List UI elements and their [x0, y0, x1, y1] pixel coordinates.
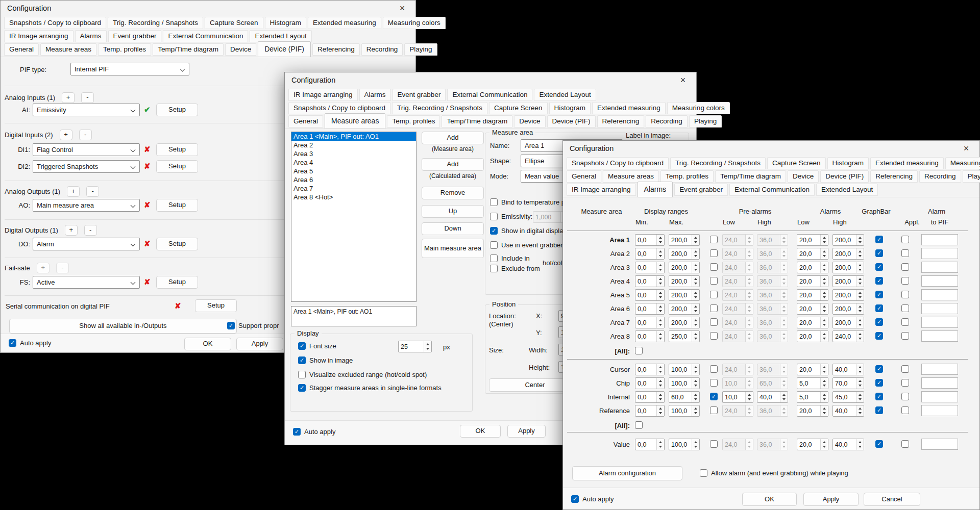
spin-up-icon[interactable]: [659, 394, 662, 396]
spin-up-icon[interactable]: [659, 278, 662, 280]
spin-down-icon[interactable]: [748, 255, 751, 257]
spinner-buttons[interactable]: [656, 248, 664, 259]
display-max-field[interactable]: 250,0: [669, 330, 700, 342]
display-min-field[interactable]: 0,0: [635, 262, 665, 273]
spinner-buttons[interactable]: [856, 290, 864, 300]
support-proprietary-checkbox-row[interactable]: ✓ Support propr: [227, 322, 279, 329]
checkbox-checked[interactable]: ✓: [9, 339, 16, 347]
display-min-field[interactable]: 0,0: [635, 439, 665, 450]
tab-snapshots-copy-to-clipboard[interactable]: Snapshots / Copy to clipboard: [4, 17, 106, 29]
option-checkbox-row[interactable]: Emissivity:: [490, 213, 532, 220]
spinner-buttons[interactable]: [780, 276, 788, 287]
spin-up-icon[interactable]: [659, 319, 662, 321]
measure-area-list[interactable]: Area 1 <Main>, PIF out: AO1Area 2Area 3A…: [291, 132, 416, 302]
spin-up-icon[interactable]: [748, 333, 751, 335]
appl-checkbox[interactable]: [901, 304, 909, 312]
spin-up-icon[interactable]: [694, 441, 697, 443]
spinner-buttons[interactable]: [780, 439, 788, 450]
tab-extended-layout[interactable]: Extended Layout: [816, 184, 878, 196]
spin-down-icon[interactable]: [782, 412, 786, 414]
spinner-buttons[interactable]: [745, 317, 753, 328]
io-dropdown[interactable]: Active: [33, 276, 140, 289]
spin-down-icon[interactable]: [694, 371, 697, 373]
pre-alarm-enable-checkbox[interactable]: [710, 379, 718, 387]
spinner-buttons[interactable]: [856, 248, 864, 259]
graphbar-checkbox[interactable]: ✓: [875, 277, 883, 285]
pre-alarm-low-field[interactable]: 24,0: [722, 303, 753, 315]
checkbox-unchecked[interactable]: [490, 241, 498, 249]
tab-ir-image-arranging[interactable]: IR Image arranging: [567, 184, 636, 196]
spinner-buttons[interactable]: [656, 439, 664, 450]
spinner-buttons[interactable]: [692, 303, 699, 314]
option-checkbox-row[interactable]: Bind to temperature pr: [490, 198, 567, 206]
spinner-buttons[interactable]: [856, 262, 864, 273]
spin-down-icon[interactable]: [748, 296, 751, 298]
tab-recording[interactable]: Recording: [919, 170, 961, 183]
spin-down-icon[interactable]: [782, 338, 786, 340]
pre-alarm-low-field[interactable]: 10,0: [722, 391, 753, 403]
spin-up-icon[interactable]: [782, 305, 786, 308]
spin-up-icon[interactable]: [748, 366, 751, 368]
alarm-high-field[interactable]: 200,0: [832, 317, 864, 328]
tab-histogram[interactable]: Histogram: [827, 157, 869, 169]
spinner-buttons[interactable]: [745, 248, 753, 259]
font-size-field[interactable]: 25: [398, 341, 432, 352]
spinner-buttons[interactable]: [692, 235, 699, 245]
tab-device[interactable]: Device: [514, 115, 545, 128]
tab-playing[interactable]: Playing: [404, 43, 437, 56]
alarm-high-field[interactable]: 200,0: [832, 275, 864, 287]
alarm-to-pif-field[interactable]: [921, 377, 958, 389]
spin-down-icon[interactable]: [859, 338, 862, 340]
checkbox-unchecked[interactable]: [490, 254, 498, 262]
alarm-low-field[interactable]: 20,0: [797, 289, 828, 301]
spin-down-icon[interactable]: [694, 324, 697, 326]
spin-down-icon[interactable]: [823, 324, 826, 326]
display-max-field[interactable]: 200,0: [669, 275, 700, 287]
list-item[interactable]: Area 3: [291, 149, 416, 158]
spin-up-icon[interactable]: [748, 264, 751, 266]
spin-up-icon[interactable]: [859, 292, 862, 294]
tab-alarms[interactable]: Alarms: [75, 30, 107, 42]
alarm-low-field[interactable]: 20,0: [797, 234, 828, 246]
pre-alarm-high-field[interactable]: 36,0: [757, 405, 788, 417]
pre-alarm-enable-checkbox[interactable]: [710, 236, 718, 243]
spin-down-icon[interactable]: [782, 296, 786, 298]
tab-extended-measuring[interactable]: Extended measuring: [592, 102, 666, 114]
spin-down-icon[interactable]: [659, 269, 662, 271]
pre-alarm-low-field[interactable]: 10,0: [722, 377, 753, 389]
appl-checkbox[interactable]: [901, 393, 909, 400]
tab-external-communication[interactable]: External Communication: [447, 89, 532, 101]
spin-down-icon[interactable]: [748, 338, 751, 340]
io-dropdown[interactable]: Alarm: [33, 238, 140, 250]
spinner-buttons[interactable]: [780, 331, 788, 342]
list-item[interactable]: Area 6: [291, 175, 416, 184]
spin-up-icon[interactable]: [823, 319, 826, 321]
tab-device-pif-[interactable]: Device (PIF): [820, 170, 869, 183]
pre-alarm-low-field[interactable]: 24,0: [722, 330, 753, 342]
pre-alarm-high-field[interactable]: 36,0: [757, 303, 788, 315]
display-max-field[interactable]: 200,0: [669, 262, 700, 273]
spin-down-icon[interactable]: [659, 324, 662, 326]
spin-down-icon[interactable]: [694, 446, 697, 448]
spin-up-icon[interactable]: [659, 380, 662, 382]
display-max-field[interactable]: 200,0: [669, 234, 700, 246]
spin-down-icon[interactable]: [748, 371, 751, 373]
alarm-to-pif-field[interactable]: [921, 317, 958, 328]
graphbar-checkbox[interactable]: ✓: [875, 304, 883, 312]
tab-general[interactable]: General: [567, 170, 601, 183]
pre-alarm-low-field[interactable]: 24,0: [722, 364, 753, 375]
spin-down-icon[interactable]: [859, 398, 862, 400]
spin-down-icon[interactable]: [782, 398, 786, 400]
spinner-buttons[interactable]: [692, 290, 699, 300]
spinner-buttons[interactable]: [656, 364, 664, 375]
tab-capture-screen[interactable]: Capture Screen: [767, 157, 826, 169]
display-option-row[interactable]: ✓Stagger measure areas in single-line fo…: [298, 384, 442, 392]
remove-io-button[interactable]: -: [86, 186, 99, 197]
pre-alarm-low-field[interactable]: 24,0: [722, 248, 753, 260]
spinner-buttons[interactable]: [820, 405, 828, 416]
pre-alarm-high-field[interactable]: 36,0: [757, 262, 788, 273]
graphbar-checkbox[interactable]: ✓: [875, 406, 883, 414]
spinner-buttons[interactable]: [745, 378, 753, 389]
spin-up-icon[interactable]: [748, 394, 751, 396]
list-item[interactable]: Area 8 <Hot>: [291, 193, 416, 201]
